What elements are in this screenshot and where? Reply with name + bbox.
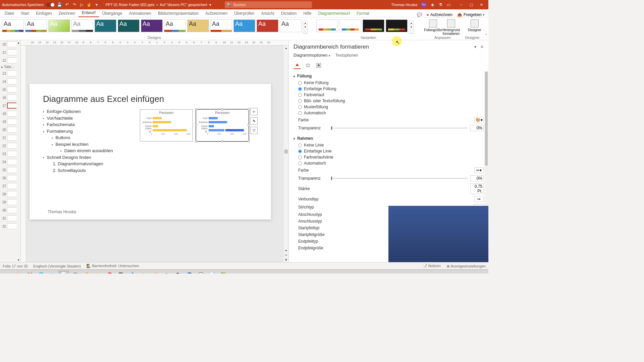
tab-bildschirmpraesentation[interactable]: Bildschirmpräsentation <box>155 10 202 17</box>
theme-thumb-11[interactable]: Aa <box>233 19 255 32</box>
user-avatar[interactable]: TH <box>421 2 427 8</box>
flask-icon[interactable]: ⚗ <box>438 2 443 7</box>
taskbar-chrome-icon[interactable]: 🌐 <box>36 270 46 274</box>
taskbar-explorer-icon[interactable]: 📁 <box>13 270 23 274</box>
radio-picture-fill[interactable]: Bild- oder Texturfüllung <box>293 98 484 104</box>
taskbar-app2-icon[interactable]: 📷 <box>93 270 103 274</box>
pane-options-icon[interactable]: ▾ <box>474 45 476 49</box>
chart-filter-button[interactable]: ▽ <box>250 127 258 134</box>
autosave-toggle[interactable]: Automatisches Speichern <box>2 3 55 7</box>
line-transparency-value[interactable]: 0% <box>470 175 484 181</box>
taskbar-powerpoint-icon[interactable]: 📊 <box>58 270 69 274</box>
share-button[interactable]: 📤Freigeben▾ <box>457 12 484 17</box>
scroll-down-icon[interactable]: ▾ <box>16 257 20 262</box>
taskbar-app6-icon[interactable]: ⬤ <box>172 270 183 274</box>
search-input[interactable] <box>233 3 310 7</box>
variant-2[interactable] <box>339 19 361 32</box>
toggle-switch-icon[interactable] <box>46 3 55 7</box>
radio-gradient-fill[interactable]: Farbverlauf <box>293 92 484 98</box>
radio-auto-fill[interactable]: Automatisch <box>293 110 484 116</box>
thumbnails-scrollbar[interactable]: ▴ ▾ <box>16 40 20 262</box>
tab-ueberpruefen[interactable]: Überprüfen <box>231 10 258 17</box>
search-box[interactable]: 🔍 <box>225 1 312 8</box>
tab-hilfe[interactable]: Hilfe <box>300 10 315 17</box>
fill-line-icon[interactable] <box>293 62 301 69</box>
radio-no-line[interactable]: Keine Linie <box>293 142 484 148</box>
radio-auto-line[interactable]: Automatisch <box>293 160 484 166</box>
taskbar-app7-icon[interactable]: 🔵 <box>184 270 195 274</box>
tab-dictation[interactable]: Dictation <box>278 10 300 17</box>
tab-datei[interactable]: Datei <box>1 10 17 17</box>
radio-gradient-line[interactable]: Farbverlaufslinie <box>293 154 484 160</box>
comments-icon[interactable]: 💬 <box>417 12 422 17</box>
language-indicator[interactable]: Englisch (Vereinigte Staaten) <box>33 264 81 268</box>
tab-format[interactable]: Format <box>353 10 373 17</box>
theme-thumb-8[interactable]: Aa <box>164 19 186 32</box>
theme-thumb-3[interactable]: Aa <box>48 19 70 32</box>
theme-thumb-6[interactable]: Aa <box>118 19 140 32</box>
touch-mode-icon[interactable]: ☝ <box>87 2 92 7</box>
taskbar-onenote-icon[interactable]: 📓 <box>115 270 126 274</box>
filename-dropdown-icon[interactable]: ▾ <box>209 3 211 7</box>
notes-button[interactable]: 📝 Notizen <box>423 264 441 268</box>
taskbar-excel-icon[interactable]: 📗 <box>218 270 229 274</box>
background-format-button[interactable]: Hintergrund formatieren <box>442 19 460 38</box>
tab-diagrammentwurf[interactable]: Diagrammentwurf <box>315 10 353 17</box>
tab-text-options[interactable]: Textoptionen <box>335 53 358 59</box>
theme-thumb-2[interactable]: Aa <box>25 19 47 32</box>
tab-uebergaenge[interactable]: Übergänge <box>99 10 125 17</box>
theme-thumb-7[interactable]: Aa <box>141 19 163 32</box>
display-settings-button[interactable]: 🖥 Anzeigeeinstellungen <box>446 264 486 268</box>
radio-pattern-fill[interactable]: Musterfüllung <box>293 104 484 110</box>
undo-icon[interactable]: ↶ <box>65 2 69 7</box>
variant-3[interactable] <box>363 19 384 32</box>
tab-zeichnen[interactable]: Zeichnen <box>55 10 78 17</box>
taskbar-app8-icon[interactable]: 💬 <box>195 270 206 274</box>
close-button[interactable]: ✕ <box>476 1 486 8</box>
tab-animationen[interactable]: Animationen <box>125 10 155 17</box>
variant-4[interactable] <box>386 19 408 32</box>
taskbar-app-icon[interactable]: 🗨 <box>70 270 80 274</box>
weather-icon[interactable]: ☁ <box>475 273 478 274</box>
pane-close-button[interactable]: ✕ <box>480 45 484 49</box>
chart-styles-button[interactable]: ✎ <box>250 117 258 125</box>
chart-elements-button[interactable]: + <box>250 108 258 115</box>
system-tray[interactable]: ☁ 5°C <box>475 273 487 274</box>
border-section-header[interactable]: Rahmen <box>293 135 484 142</box>
editor-scrollbar[interactable]: ▴ ▾ ≡ ▼ <box>284 46 288 262</box>
taskbar-telegram-icon[interactable]: ✈ <box>138 270 149 274</box>
theme-thumb-10[interactable]: Aa <box>210 19 232 32</box>
scroll-up-icon[interactable]: ▴ <box>16 40 20 45</box>
taskbar-vscode-icon[interactable]: 🔷 <box>127 270 138 274</box>
taskbar-app3-icon[interactable]: 🔴 <box>104 270 115 274</box>
record-button[interactable]: ●Aufzeichnen <box>427 12 452 17</box>
slide-size-button[interactable]: Foliengröße <box>424 19 442 38</box>
theme-thumb-5[interactable]: Aa <box>95 19 116 32</box>
line-color-button[interactable]: ✏▾ <box>474 167 484 173</box>
theme-thumb-1[interactable]: Aa <box>2 19 24 32</box>
compound-type-dropdown[interactable]: ≡▾ <box>474 196 484 202</box>
variant-1[interactable] <box>316 19 338 32</box>
fill-section-header[interactable]: Füllung <box>293 72 484 80</box>
ribbon-options-icon[interactable]: ▭ <box>446 2 451 7</box>
theme-thumb-9[interactable]: Aa <box>187 19 209 32</box>
embedded-chart-1[interactable]: Personen CarlAndrewKarinKarin B. 0200400… <box>140 109 193 141</box>
maximize-button[interactable]: ▢ <box>466 1 476 8</box>
taskbar-app5-icon[interactable]: ⚙ <box>161 270 172 274</box>
designer-button[interactable]: Designer <box>466 19 483 38</box>
line-transparency-slider[interactable] <box>331 178 468 179</box>
tab-aufzeichnen[interactable]: Aufzeichnen <box>202 10 231 17</box>
redo-icon[interactable]: ↷ <box>72 2 77 7</box>
tab-einfuegen[interactable]: Einfügen <box>33 10 55 17</box>
theme-thumb-4[interactable]: Aa <box>71 19 93 32</box>
scroll-thumb[interactable] <box>284 149 288 154</box>
fill-color-button[interactable]: 🎨▾ <box>474 117 484 123</box>
slide-title[interactable]: Diagramme aus Excel einfügen <box>43 94 258 104</box>
slide-canvas[interactable]: Diagramme aus Excel einfügen Einfüge-Opt… <box>30 84 271 220</box>
accessibility-check[interactable]: 🕵 Barrierefreiheit: Untersuchen <box>86 264 139 268</box>
radio-no-fill[interactable]: Keine Füllung <box>293 80 484 86</box>
start-button[interactable]: ⊞ <box>1 270 12 274</box>
theme-thumb-12[interactable]: Aa <box>257 19 278 32</box>
effects-icon[interactable] <box>304 62 312 69</box>
from-beginning-icon[interactable]: ▷ <box>79 2 84 7</box>
